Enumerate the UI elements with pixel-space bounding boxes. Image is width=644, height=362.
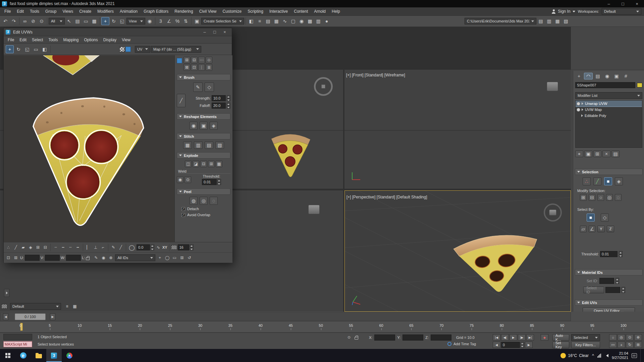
timeline-tick[interactable]: 25 [168,323,172,327]
network-icon[interactable] [597,354,601,358]
set-id-spinner[interactable] [615,278,619,284]
threshold-spinner[interactable] [619,251,623,257]
target-weld-icon[interactable]: ⊙ [184,176,191,183]
timeline-tick[interactable]: 0 [19,323,22,327]
show-map-toggle-icon[interactable] [119,47,125,52]
show-end-result-icon[interactable]: ▣ [584,150,592,157]
viewport-perspective[interactable]: [+] [Perspective] [Standard] [Default Sh… [344,190,571,312]
object-color-swatch[interactable] [637,83,642,87]
auto-key-button[interactable]: Auto K... [552,334,569,341]
material-ids-rollout-header[interactable]: Material IDs [575,269,643,276]
falloff-smooth-icon[interactable]: ┅ [60,244,66,251]
tab-motion-icon[interactable]: ◉ [603,73,611,79]
taskbar-chrome[interactable] [62,349,77,362]
zoom-region-icon[interactable]: ▭ [171,254,178,261]
timeline-tick[interactable]: 50 [319,323,323,327]
set-id-field[interactable] [599,278,614,284]
falloff-spinner[interactable] [227,103,230,109]
uv-vertex-mode-icon[interactable]: ∴ [5,244,12,251]
uv-scale-icon[interactable]: ◱ [23,45,31,53]
toggle-ribbon-icon[interactable]: ▦ [272,17,280,25]
select-and-move-icon[interactable]: + [101,17,109,25]
shrink-selection-icon[interactable]: ⊟ [589,194,595,201]
pan-view-icon[interactable]: + [618,342,625,348]
select-by-name-icon[interactable]: ▤ [73,17,82,25]
modifier-row-unwrap-uvw[interactable]: Unwrap UVW [576,101,642,107]
uv-channel-dropdown[interactable]: UV [135,46,150,53]
uv-element-icon[interactable]: ◈ [27,244,34,251]
play-animation-icon[interactable]: ▶ [509,334,517,341]
viewport-compass-gizmo[interactable] [314,77,333,96]
grow-uv-selection-icon[interactable]: ⊞ [35,244,41,251]
mirror-icon[interactable]: ◧ [247,17,255,25]
x-field[interactable] [374,335,395,341]
project-folder-dropdown[interactable]: C:\Users\Erik\Documents\3ds Max 2021 [465,18,536,24]
taskbar-3dsmax[interactable]: 3 [46,349,62,362]
tab-hierarchy-icon[interactable]: ▤ [593,73,602,79]
configure-modifier-sets-icon[interactable]: ▤ [611,150,620,157]
z-field[interactable] [431,335,451,341]
material-editor-icon[interactable]: ◉ [298,17,306,25]
select-z-button[interactable]: Z [607,226,614,232]
align-horizontal-icon[interactable]: ⊞ [183,57,190,63]
smooth-brush-icon[interactable]: ◉ [190,122,198,130]
peel-mode-icon[interactable]: ◎ [200,197,208,205]
selection-rollout-header[interactable]: Selection [575,169,643,175]
relax-element-icon[interactable]: ◈ [210,122,218,130]
relax-brush-icon[interactable]: ◇ [205,82,214,92]
redo-icon[interactable]: ↷ [10,17,18,25]
viewcube-gizmo[interactable] [547,82,558,91]
add-time-tag[interactable]: Add Time Tag [453,342,476,346]
layer-manager-icon[interactable]: ▤ [264,17,272,25]
tab-create-icon[interactable]: + [575,73,583,79]
grid-size-field[interactable]: 16 [178,244,189,250]
zoom-all-icon[interactable]: ◎ [618,334,625,341]
rescale-elements-icon[interactable]: ⊡ [191,64,198,71]
stitch-to-source-icon[interactable]: ▤ [205,141,213,149]
arrange-elements-icon[interactable] [177,58,182,63]
pizza-slice-perspective[interactable] [451,224,543,295]
go-to-start-icon[interactable]: |◀ [493,334,500,341]
minimize-button[interactable]: – [602,0,616,7]
maxscript-listener-output[interactable] [3,334,32,340]
default-preset-dropdown[interactable]: Default [10,303,61,310]
falloff-linear-icon[interactable]: ┄ [52,244,59,251]
named-selection-sets-dropdown[interactable]: Create Selection Se [201,18,244,24]
make-unique-icon[interactable]: ⊞ [593,150,601,157]
key-filters-button[interactable]: Key Filters... [571,342,600,348]
timeline-tick[interactable]: 30 [198,323,202,327]
next-frame-button[interactable]: ▶ [525,342,533,348]
edge-distance-icon[interactable]: ▏ [85,244,92,251]
peel-rollout-header[interactable]: Peel [177,188,230,195]
falloff-fast-icon[interactable]: ╍ [74,244,81,251]
percent-snap-icon[interactable]: % [173,17,181,25]
tile-bitmap-icon[interactable] [125,47,131,52]
field-of-view-icon[interactable]: ▭ [609,342,617,348]
v-field[interactable] [45,255,60,261]
start-button[interactable] [0,349,15,362]
zoom-icon[interactable]: ◯ [164,254,170,261]
zoom-extents-all-icon[interactable]: ⊕ [634,334,642,341]
axis-label[interactable]: XY [162,245,167,249]
viewport-perspective-label[interactable]: [+] [Perspective] [Standard] [Default Sh… [346,195,427,199]
randomize-icon[interactable]: ≣ [206,64,212,71]
zoom-extents-selected-icon[interactable]: ⊙ [626,334,634,341]
selection-filter-dropdown[interactable]: All [49,18,65,24]
select-id-spinner[interactable] [622,287,625,293]
offset-typein-icon[interactable]: ⊞ [12,254,19,261]
viewport-layout-grid-icon[interactable] [1,304,7,309]
menu-item[interactable]: Help [329,7,343,15]
soft-selection-field[interactable]: 0.0 [137,244,150,250]
menu-item[interactable]: View [119,38,133,42]
workspaces-dropdown[interactable]: Default [602,8,641,15]
set-key-button[interactable]: Set Key [552,342,569,348]
select-by-element-icon[interactable]: ◈ [615,177,623,185]
select-and-rotate-icon[interactable]: ↻ [110,17,118,25]
uv-edge-mode-icon[interactable]: ╱ [12,244,19,251]
grid-snap-icon[interactable] [171,245,177,250]
uv-rotate-icon[interactable]: ↻ [14,45,22,53]
close-button[interactable]: × [220,28,230,36]
select-and-scale-icon[interactable]: ◱ [118,17,126,25]
current-frame-field[interactable]: 0 [501,342,520,348]
reference-coordinate-dropdown[interactable]: View [126,18,145,24]
